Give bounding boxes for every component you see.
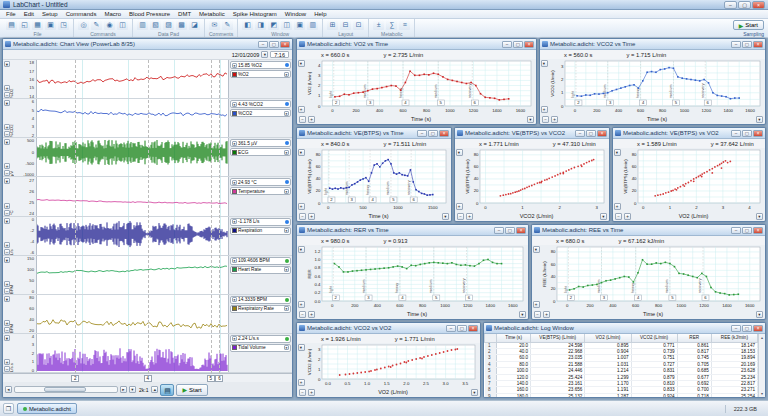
chart-start-button[interactable]: ▶Start (176, 384, 207, 396)
channel-dropdown-button[interactable]: ▾ (284, 306, 289, 311)
menu-window[interactable]: Window (281, 11, 310, 17)
minimize-button[interactable]: ‒ (731, 130, 741, 137)
x-axis-menu-button[interactable]: ▾ (527, 116, 534, 123)
menu-metabolic[interactable]: Metabolic (195, 11, 229, 17)
axis-zoom-in-button[interactable]: + (4, 320, 10, 326)
channel-info-icon[interactable] (285, 141, 289, 145)
zoom-in-button[interactable]: + (624, 213, 631, 220)
zoom-out-button[interactable]: − (299, 389, 306, 396)
close-button[interactable]: × (597, 130, 607, 137)
cascade-windows-icon[interactable]: ◨ (255, 20, 266, 30)
comment-marker[interactable]: 2 (71, 375, 79, 382)
maximize-button[interactable]: ▢ (742, 227, 752, 234)
zoom-in-button[interactable]: + (466, 213, 473, 220)
value-menu-button[interactable]: ▾ (232, 258, 237, 263)
y-axis-zoom-button[interactable]: + (298, 379, 305, 386)
menu-blood-pressure[interactable]: Blood Pressure (125, 11, 174, 17)
y-axis-menu-button[interactable]: ▾ (533, 246, 540, 253)
layout-rows-icon[interactable]: ⊟ (340, 20, 351, 30)
y-axis-zoom-button[interactable]: + (533, 301, 540, 308)
plot-area[interactable]: 02004006008001000120014001600020406080RE… (541, 245, 764, 309)
zoom-in-button[interactable]: + (308, 389, 315, 396)
value-menu-button[interactable]: ▾ (232, 297, 237, 302)
plot-area[interactable]: 0123020406080VE(BTPS) (L/min) (464, 148, 608, 211)
metabolic-settings-icon[interactable]: ± (373, 20, 384, 30)
maximize-button[interactable]: ▢ (742, 41, 752, 48)
minimize-button[interactable]: ‒ (731, 325, 741, 332)
plot-area[interactable]: 01234020406080VE(BTPS) (L/min) (622, 148, 764, 211)
window-titlebar[interactable]: Metabolic.adicht: VCO2 vs VO2‒▢× (297, 323, 480, 334)
axis-zoom-out-button[interactable]: ‒ (4, 92, 10, 98)
minimize-button[interactable]: ‒ (731, 41, 741, 48)
time-display-menu[interactable]: ▾ (261, 51, 268, 58)
scroll-right-button[interactable]: ▸ (120, 386, 127, 393)
x-axis-menu-button[interactable]: ▾ (756, 213, 763, 220)
channel-dropdown-button[interactable]: ▾ (284, 345, 289, 350)
close-button[interactable]: × (524, 41, 534, 48)
menu-file[interactable]: File (2, 11, 20, 17)
plot-area[interactable]: 020040060080010001200140016000.00.20.40.… (306, 245, 527, 309)
plot-area[interactable]: 020040060080010001200140016000123VCO2 (L… (549, 59, 764, 114)
zoom-out-button[interactable]: − (299, 311, 306, 318)
menu-spike-histogram[interactable]: Spike Histogram (229, 11, 281, 17)
minimize-button[interactable]: ‒ (502, 41, 512, 48)
new-file-icon[interactable]: ▤ (6, 20, 17, 30)
y-axis-menu-button[interactable]: ▾ (541, 60, 548, 67)
comment-marker[interactable]: 4 (144, 375, 152, 382)
y-axis-zoom-button[interactable]: + (456, 203, 463, 210)
value-menu-button[interactable]: ▾ (232, 141, 237, 146)
axis-zoom-out-button[interactable]: ‒ (4, 210, 10, 216)
zoom-in-button[interactable]: + (308, 311, 315, 318)
axis-zoom-in-button[interactable]: + (4, 281, 10, 287)
comment-marker[interactable]: 6 (215, 375, 223, 382)
log-table[interactable]: Time (s)VE(BTPS) (L/min)VO2 (L/min)VCO2 … (484, 334, 758, 397)
channel-plot[interactable] (37, 138, 228, 176)
y-axis-zoom-button[interactable]: + (541, 106, 548, 113)
channel-info-icon[interactable] (285, 259, 289, 263)
channel-name-box[interactable]: Temperature▾ (230, 187, 291, 195)
metabolic-report-icon[interactable]: ≡ (399, 20, 410, 30)
axis-zoom-in-button[interactable]: + (4, 163, 10, 169)
zoom-in-button[interactable]: + (551, 116, 558, 123)
menu-edit[interactable]: Edit (20, 11, 38, 17)
value-menu-button[interactable]: ▾ (232, 63, 237, 68)
log-column-header[interactable]: REE (kJ/min) (711, 334, 757, 342)
add-comment-icon[interactable]: ✎ (222, 20, 233, 30)
channel-dropdown-button[interactable]: ▾ (284, 72, 289, 77)
channel-info-icon[interactable] (285, 337, 289, 341)
menu-commands[interactable]: Commands (62, 11, 101, 17)
edit-icon[interactable]: ✎ (91, 20, 102, 30)
zoom-out-button[interactable]: − (534, 311, 541, 318)
log-column-header[interactable]: Time (s) (497, 334, 531, 342)
channel-name-box[interactable]: Heart Rate▾ (230, 266, 291, 274)
scroll-left-button[interactable]: ◂ (5, 386, 12, 393)
zoom-out-button[interactable]: − (299, 116, 306, 123)
channel-plot[interactable] (37, 217, 228, 255)
scrollbar-thumb[interactable] (44, 387, 87, 392)
split-window-icon[interactable]: ◫ (281, 20, 292, 30)
y-axis-zoom-button[interactable]: + (298, 106, 305, 113)
x-axis-menu-button[interactable]: ▾ (471, 389, 478, 396)
axis-zoom-out-button[interactable]: ‒ (4, 366, 10, 372)
plot-area[interactable]: 050010001500020406080VE(BTPS) (L/min)lig… (306, 148, 450, 211)
maximize-button[interactable]: ▢ (586, 130, 596, 137)
minimize-button[interactable]: ‒ (258, 41, 268, 48)
channel-dropdown-button[interactable]: ▾ (284, 228, 289, 233)
axis-zoom-in-button[interactable]: + (4, 85, 10, 91)
datapad-table-icon[interactable]: ▨ (163, 20, 174, 30)
channel-name-box[interactable]: %CO2▾ (230, 109, 291, 117)
x-axis-menu-button[interactable]: ▾ (756, 311, 763, 318)
channel-dropdown-button[interactable]: ▾ (284, 189, 289, 194)
scroll-mode-button[interactable]: ▤ (160, 384, 174, 396)
channel-plot[interactable] (37, 177, 228, 215)
datapad-add-icon[interactable]: ▧ (150, 20, 161, 30)
axis-zoom-out-button[interactable]: ‒ (4, 288, 10, 294)
taskbar-item-metabolic[interactable]: Metabolic.adicht (17, 403, 77, 414)
minimize-button[interactable]: ‒ (575, 130, 585, 137)
maximize-button[interactable]: ▢ (742, 325, 752, 332)
channel-name-box[interactable]: Respiratory Rate▾ (230, 305, 291, 313)
find-icon[interactable]: ◎ (78, 20, 89, 30)
maximize-button[interactable]: ▢ (428, 130, 438, 137)
compression-up-button[interactable]: ▴ (151, 386, 158, 393)
channel-name-box[interactable]: Respiration▾ (230, 227, 291, 235)
